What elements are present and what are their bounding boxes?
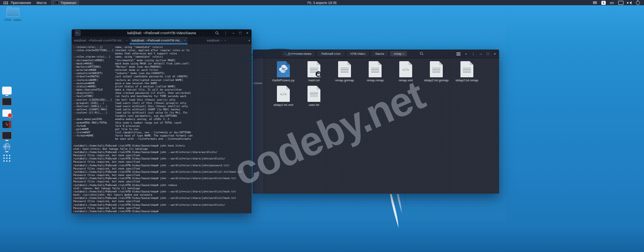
home-icon: ⌂ [285, 52, 287, 56]
file-name: nmap.gnmap [335, 78, 354, 82]
terminal-tab[interactable]: kali@kali: ~ × [188, 37, 246, 44]
code-file-glyph: </> [399, 61, 412, 77]
workspace-grid-icon[interactable] [3, 1, 8, 4]
file-icon: </> [430, 61, 443, 77]
breadcrumb-segment[interactable]: HTB-Video [347, 51, 369, 56]
terminal-tab[interactable]: kali@kali: ~/Рабочий стол/HTB-Vid... × [72, 37, 130, 44]
terminal-icon: >_ [54, 1, 59, 5]
file-name: user.txt [309, 103, 319, 107]
menu-icon[interactable]: ⋮ [471, 52, 475, 56]
file-icon: </> [369, 61, 382, 77]
terminal-output[interactable]: --rules=:rule[;..]] same, using "immedia… [72, 44, 252, 215]
file-item[interactable]: </> nmap.gnmap [329, 61, 360, 86]
file-grid: </> GetNPUsers.py </> hash.txt [264, 58, 499, 194]
lock-badge-icon [316, 71, 321, 77]
window-button-label: Терминал [60, 1, 76, 5]
breadcrumb-segment[interactable]: nmap ▾ [390, 51, 407, 56]
power-icon[interactable] [636, 1, 640, 5]
file-icon: </> [277, 61, 290, 77]
file-icon: </> [460, 61, 473, 77]
file-item[interactable]: </> user.txt [299, 86, 329, 110]
close-button[interactable]: × [246, 31, 248, 35]
menu-icon[interactable]: ⋮ [224, 31, 227, 35]
tab-close-icon[interactable]: × [225, 39, 226, 42]
file-icon: </> [338, 61, 351, 77]
breadcrumb-segment[interactable]: ⌂ Домашняя папка [282, 51, 315, 56]
panel-clock[interactable]: Пт, 3 апреля 19:35 [308, 0, 337, 5]
display-icon[interactable] [618, 1, 623, 5]
terminal-tab[interactable]: kali@kali: ~/Рабочий стол/HTB-Vid... × [130, 37, 188, 44]
minimize-button[interactable]: – [232, 31, 234, 35]
file-name: GetNPUsers.py [272, 78, 295, 82]
file-manager-headerbar: ⌂ Домашняя папка Рабочий стол HTB-Video … [253, 50, 499, 58]
file-item[interactable]: </> sldap2.txt.gnmap [421, 61, 452, 86]
file-manager-window: ⌂ Домашняя папка Рабочий стол HTB-Video … [253, 50, 499, 194]
file-name: hash.txt [308, 78, 320, 82]
list-view-icon[interactable] [456, 52, 460, 56]
file-item[interactable]: </> sldap2.txt.nmap [452, 61, 482, 86]
file-manager-content: Домашняя папка </> GetNPUsers.py </> [253, 58, 499, 194]
network-tray-icon[interactable] [593, 1, 597, 4]
breadcrumb-segment[interactable]: Sauna [371, 51, 388, 56]
terminal-tab-bar: kali@kali: ~/Рабочий стол/HTB-Vid... × k… [72, 37, 252, 44]
sidebar-item-home[interactable]: Домашняя папка [253, 81, 262, 85]
file-icon: </> [399, 61, 412, 77]
maximize-button[interactable]: □ [239, 31, 241, 35]
chevron-down-icon: ▾ [403, 52, 404, 55]
file-name: nmap.xml [399, 78, 413, 82]
maximize-button[interactable]: □ [487, 52, 489, 56]
file-item[interactable]: </> nmap.nmap [360, 61, 390, 86]
search-icon[interactable] [420, 52, 423, 56]
search-icon[interactable] [215, 31, 219, 35]
top-panel: Приложения Места >_ Терминал Пт, 3 апрел… [0, 0, 644, 5]
window-button-terminal[interactable]: >_ Терминал [51, 0, 79, 5]
breadcrumb-segment[interactable]: Рабочий стол [317, 51, 344, 56]
file-name: sldap2.txt.gnmap [424, 78, 449, 82]
menu-places[interactable]: Места [34, 0, 50, 5]
file-item[interactable]: </> sldap2.txt.xml [268, 86, 299, 110]
file-item[interactable]: </> hash.txt [299, 61, 329, 86]
file-item[interactable]: </> GetNPUsers.py [268, 61, 299, 86]
menu-applications[interactable]: Приложения [8, 0, 34, 5]
code-file-glyph: </> [277, 86, 290, 102]
tab-close-icon[interactable]: × [184, 39, 186, 42]
workspace-indicator[interactable]: 1 [601, 1, 606, 5]
view-caret-icon[interactable]: ▾ [465, 52, 466, 55]
minimize-button[interactable]: – [480, 52, 482, 56]
file-icon: </> [308, 86, 320, 102]
tab-list-caret-icon[interactable]: ▾ [247, 37, 252, 44]
system-tray: 1 en [593, 0, 644, 5]
file-icon: </> [308, 61, 320, 77]
terminal-window: >_ kali@kali: ~/Рабочий стол/HTB-Video/S… [72, 29, 252, 213]
volume-icon[interactable] [628, 1, 632, 4]
python-icon [279, 64, 288, 74]
terminal-titlebar: >_ kali@kali: ~/Рабочий стол/HTB-Video/S… [72, 29, 252, 37]
breadcrumb: ⌂ Домашняя папка Рабочий стол HTB-Video … [282, 51, 407, 56]
file-name: sldap2.txt.nmap [456, 78, 478, 82]
file-name: sldap2.txt.xml [274, 103, 293, 107]
file-name: nmap.nmap [367, 78, 384, 82]
file-manager-sidebar: Домашняя папка [253, 58, 264, 194]
file-item[interactable]: </> nmap.xml [390, 61, 421, 86]
keyboard-layout-indicator[interactable]: en [610, 1, 614, 5]
close-button[interactable]: × [494, 52, 496, 56]
tab-close-icon[interactable]: × [126, 39, 128, 42]
file-icon: </> [277, 86, 290, 102]
terminal-text: --rules=:rule[;..]] same, using "immedia… [73, 45, 252, 213]
desktop-screen: Приложения Места >_ Терминал Пт, 3 апрел… [0, 0, 644, 252]
